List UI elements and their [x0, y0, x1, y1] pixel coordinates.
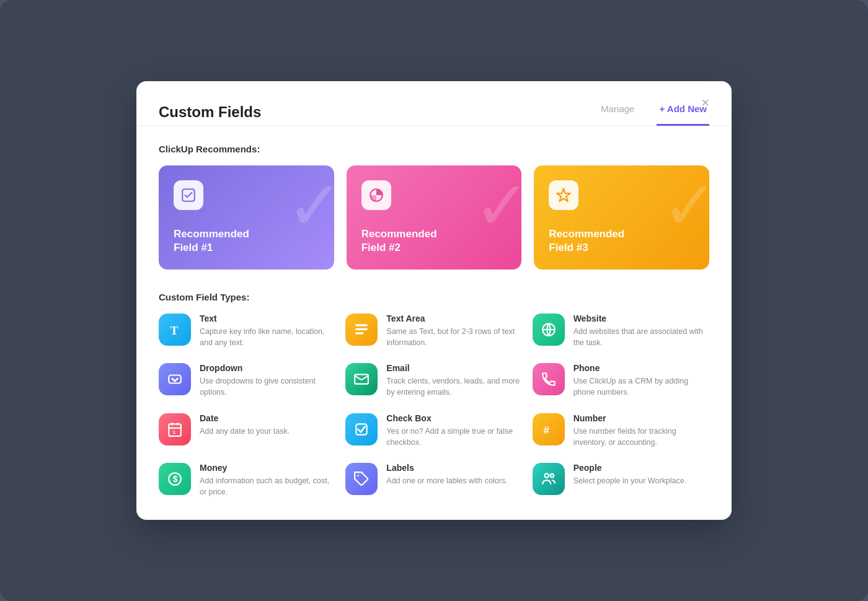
field-type-money[interactable]: $ Money Add information such as budget, …	[159, 463, 335, 498]
money-field-name: Money	[200, 463, 335, 473]
modal-title: Custom Fields	[159, 103, 598, 121]
tab-manage[interactable]: Manage	[598, 99, 637, 126]
dropdown-field-desc: Use dropdowns to give consistent options…	[200, 375, 335, 398]
field-type-website[interactable]: Website Add websites that are associated…	[533, 314, 709, 348]
checkbox-field-name: Check Box	[386, 413, 522, 423]
rec-card-3-label: RecommendedField #3	[549, 227, 694, 255]
text-field-name: Text	[200, 314, 335, 323]
dropdown-icon	[159, 363, 191, 395]
modal-header: Custom Fields Manage + Add New ×	[136, 81, 732, 126]
tabs-container: Manage + Add New	[598, 99, 709, 126]
phone-icon	[533, 363, 565, 395]
svg-rect-3	[356, 324, 368, 326]
checkbox-icon	[345, 413, 378, 445]
field-type-checkbox[interactable]: Check Box Yes or no? Add a simple true o…	[345, 413, 522, 448]
textarea-field-name: Text Area	[386, 314, 522, 323]
date-field-name: Date	[200, 413, 335, 423]
money-field-desc: Add information such as budget, cost, or…	[200, 475, 335, 498]
number-field-name: Number	[574, 413, 709, 423]
recommended-card-3[interactable]: ✓ RecommendedField #3	[534, 165, 709, 270]
field-type-number[interactable]: # Number Use number fields for tracking …	[533, 413, 709, 448]
svg-rect-5	[356, 332, 364, 334]
custom-fields-modal: Custom Fields Manage + Add New × ClickUp…	[136, 81, 732, 520]
field-type-people[interactable]: People Select people in your Workplace.	[533, 463, 709, 498]
website-field-name: Website	[574, 314, 709, 323]
number-icon: #	[533, 413, 565, 445]
svg-point-21	[550, 474, 553, 477]
svg-text:#: #	[543, 423, 549, 436]
website-field-desc: Add websites that are associated with th…	[574, 326, 709, 348]
recommended-card-2[interactable]: ✓ RecommendedField #2	[347, 165, 522, 270]
dropdown-field-name: Dropdown	[200, 363, 335, 373]
labels-icon	[345, 463, 378, 495]
modal-body: ClickUp Recommends: ✓ RecommendedField #…	[136, 126, 732, 520]
field-type-dropdown[interactable]: Dropdown Use dropdowns to give consisten…	[159, 363, 335, 398]
people-field-desc: Select people in your Workplace.	[574, 475, 709, 486]
text-field-desc: Capture key info like name, location, an…	[200, 326, 335, 348]
text-icon: T	[159, 314, 191, 346]
recommended-card-1[interactable]: ✓ RecommendedField #1	[159, 165, 334, 270]
screen-background: Custom Fields Manage + Add New × ClickUp…	[0, 0, 868, 601]
textarea-field-desc: Same as Text, but for 2-3 rows of text i…	[386, 326, 522, 348]
email-field-desc: Track clents, vendors, leads, and more b…	[386, 375, 522, 398]
rec-card-1-icon	[174, 180, 203, 210]
textarea-icon	[345, 314, 378, 346]
field-types-section-title: Custom Field Types:	[159, 292, 709, 302]
field-type-textarea[interactable]: Text Area Same as Text, but for 2-3 rows…	[345, 314, 522, 348]
field-type-labels[interactable]: Labels Add one or more lables with color…	[345, 463, 522, 498]
svg-text:T: T	[170, 324, 178, 337]
phone-field-name: Phone	[574, 363, 709, 373]
number-field-desc: Use number fields for tracking inventory…	[574, 426, 709, 448]
date-field-desc: Add any date to your task.	[200, 426, 335, 437]
email-field-name: Email	[386, 363, 522, 373]
svg-point-20	[544, 473, 549, 478]
field-type-text[interactable]: T Text Capture key info like name, locat…	[159, 314, 335, 348]
svg-text:1: 1	[173, 429, 175, 434]
checkbox-field-desc: Yes or no? Add a simple true or false ch…	[386, 426, 522, 448]
field-types-grid: T Text Capture key info like name, locat…	[159, 314, 709, 498]
field-type-phone[interactable]: Phone Use ClickUp as a CRM by adding pho…	[533, 363, 709, 398]
money-icon: $	[159, 463, 191, 495]
email-icon	[345, 363, 378, 395]
recommended-section-title: ClickUp Recommends:	[159, 144, 709, 154]
rec-card-1-label: RecommendedField #1	[174, 227, 319, 255]
website-icon	[533, 314, 565, 346]
rec-card-2-icon	[361, 180, 391, 210]
field-type-date[interactable]: 1 Date Add any date to your task.	[159, 413, 335, 448]
people-icon	[533, 463, 565, 495]
rec-card-2-label: RecommendedField #2	[361, 227, 507, 255]
labels-field-desc: Add one or more lables with colors.	[386, 475, 522, 486]
labels-field-name: Labels	[386, 463, 522, 473]
rec-card-3-icon	[549, 180, 578, 210]
recommended-cards-grid: ✓ RecommendedField #1 ✓ RecommendedField…	[159, 165, 709, 270]
phone-field-desc: Use ClickUp as a CRM by adding phone num…	[574, 375, 709, 398]
svg-text:$: $	[173, 474, 178, 484]
close-button[interactable]: ×	[701, 96, 709, 110]
field-type-email[interactable]: Email Track clents, vendors, leads, and …	[345, 363, 522, 398]
date-icon: 1	[159, 413, 191, 445]
people-field-name: People	[574, 463, 709, 473]
svg-rect-4	[356, 328, 368, 330]
